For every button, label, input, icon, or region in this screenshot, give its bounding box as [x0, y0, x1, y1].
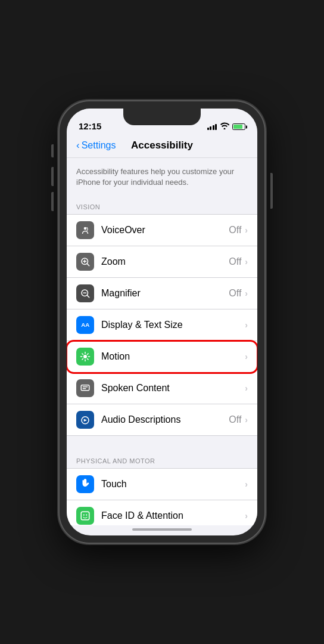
faceid-label: Face ID & Attention: [101, 510, 241, 521]
vision-section-header: VISION: [67, 194, 257, 214]
audio-chevron-icon: ›: [245, 415, 248, 425]
faceid-chevron-icon: ›: [245, 511, 248, 521]
list-item-motion[interactable]: Motion ›: [67, 341, 257, 373]
zoom-value: Off: [229, 256, 241, 267]
status-icons: [207, 122, 246, 131]
list-item-display[interactable]: AA Display & Text Size ›: [67, 309, 257, 341]
zoom-label: Zoom: [101, 256, 229, 267]
faceid-icon: [76, 507, 94, 525]
phone-screen: 12:15: [67, 109, 257, 535]
vision-list: VoiceOver Off ›: [67, 214, 257, 436]
svg-rect-10: [81, 385, 89, 391]
magnifier-value: Off: [229, 288, 241, 299]
signal-bar-1: [207, 128, 209, 130]
voiceover-value: Off: [229, 225, 241, 236]
back-chevron-icon: ‹: [76, 140, 80, 151]
signal-icon: [207, 124, 217, 130]
motion-chevron-icon: ›: [245, 352, 248, 361]
display-icon: AA: [76, 316, 94, 334]
voiceover-label: VoiceOver: [101, 225, 229, 236]
audio-icon: [76, 411, 94, 429]
back-button[interactable]: ‹ Settings: [76, 140, 116, 151]
phone-frame: 12:15: [60, 101, 264, 543]
status-time: 12:15: [79, 121, 101, 131]
physical-motor-header: PHYSICAL AND MOTOR: [67, 448, 257, 468]
voiceover-icon: [76, 221, 94, 239]
list-item-spoken[interactable]: Spoken Content ›: [67, 373, 257, 404]
back-label: Settings: [82, 140, 116, 151]
page-title: Accessibility: [131, 140, 193, 151]
motion-label: Motion: [101, 351, 241, 362]
zoom-chevron-icon: ›: [245, 257, 248, 267]
touch-icon: [76, 475, 94, 493]
magnifier-label: Magnifier: [101, 288, 229, 299]
volume-up-button: [51, 167, 54, 186]
list-item-touch[interactable]: Touch ›: [67, 469, 257, 500]
magnifier-icon: [76, 284, 94, 302]
magnifier-chevron-icon: ›: [245, 289, 248, 298]
spoken-icon: [76, 379, 94, 397]
notch: [123, 109, 201, 125]
audio-value: Off: [229, 414, 241, 425]
signal-bar-2: [210, 126, 211, 130]
svg-rect-11: [81, 512, 89, 521]
scroll-area[interactable]: Accessibility features help you customiz…: [67, 158, 257, 525]
svg-text:AA: AA: [81, 321, 89, 328]
battery-fill: [233, 125, 242, 129]
home-indicator: [132, 528, 192, 531]
signal-bar-4: [215, 124, 217, 130]
vision-section: VISION VoiceOver Off ›: [67, 194, 257, 436]
display-chevron-icon: ›: [245, 320, 248, 330]
svg-point-9: [83, 355, 87, 358]
audio-label: Audio Descriptions: [101, 414, 229, 425]
volume-down-button: [51, 192, 54, 211]
svg-point-12: [83, 515, 85, 516]
list-item-voiceover[interactable]: VoiceOver Off ›: [67, 215, 257, 246]
description-text: Accessibility features help you customiz…: [67, 158, 257, 194]
navigation-bar: ‹ Settings Accessibility: [67, 135, 257, 158]
zoom-icon: [76, 253, 94, 271]
svg-point-13: [86, 515, 87, 516]
battery-icon: [232, 123, 245, 130]
power-button: [270, 173, 273, 209]
svg-line-6: [87, 296, 89, 298]
display-label: Display & Text Size: [101, 320, 241, 330]
list-item-zoom[interactable]: Zoom Off ›: [67, 246, 257, 278]
physical-motor-list: Touch ›: [67, 468, 257, 525]
svg-point-0: [84, 227, 87, 230]
signal-bar-3: [213, 125, 214, 130]
list-item-magnifier[interactable]: Magnifier Off ›: [67, 278, 257, 309]
wifi-icon: [220, 122, 229, 131]
motion-icon: [76, 348, 94, 366]
physical-motor-section: PHYSICAL AND MOTOR Touch ›: [67, 448, 257, 525]
list-item-audio[interactable]: Audio Descriptions Off ›: [67, 404, 257, 435]
voiceover-chevron-icon: ›: [245, 225, 248, 235]
svg-line-2: [87, 264, 89, 266]
touch-label: Touch: [101, 479, 241, 490]
silent-switch: [51, 144, 54, 157]
touch-chevron-icon: ›: [245, 479, 248, 489]
spoken-label: Spoken Content: [101, 383, 241, 394]
list-item-faceid[interactable]: Face ID & Attention ›: [67, 500, 257, 525]
spoken-chevron-icon: ›: [245, 383, 248, 393]
